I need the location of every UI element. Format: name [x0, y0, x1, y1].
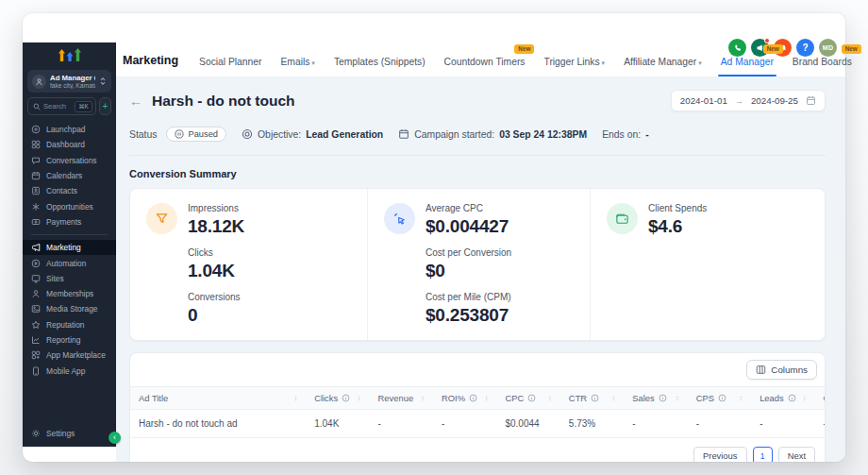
metrics-stack: Impressions 18.12K Clicks 1.04K Conversi… — [188, 203, 244, 336]
table-row[interactable]: Harsh - do not touch ad 1.04K - - $0.004… — [130, 410, 826, 438]
sidebar-item-dashboard[interactable]: Dashboard — [23, 137, 116, 152]
sidebar-item-label: App Marketplace — [46, 350, 106, 360]
sidebar-item-media-storage[interactable]: Media Storage — [23, 301, 116, 316]
sidebar-item-automation[interactable]: Automation — [23, 255, 116, 270]
tab-countdown-timers[interactable]: NewCountdown Timers — [435, 43, 535, 76]
metric-client-spends: Client Spends $4.6 — [648, 203, 707, 237]
previous-page-button[interactable]: Previous — [693, 447, 746, 462]
account-switch-icon — [99, 76, 107, 86]
sidebar-item-memberships[interactable]: Memberships — [23, 286, 116, 301]
app-window: Ad Manager QA fake city, Karnataka ⌘K + — [23, 13, 845, 462]
marketing-nav: Marketing Social Planner Emails▾ Templat… — [123, 43, 861, 76]
column-header-cps[interactable]: CPS↕ — [688, 387, 751, 410]
sidebar-item-sites[interactable]: Sites — [23, 271, 116, 286]
columns-button[interactable]: Columns — [746, 360, 817, 380]
sidebar-item-label: Media Storage — [46, 304, 97, 314]
chat-icon — [31, 156, 41, 165]
tab-social-planner[interactable]: Social Planner — [190, 43, 271, 76]
sort-icon[interactable]: ↕ — [293, 394, 297, 402]
summary-column-spend: Client Spends $4.6 — [591, 189, 825, 340]
column-header-roi[interactable]: ROI%↕ — [433, 387, 496, 410]
sort-icon[interactable]: ↕ — [612, 394, 616, 402]
campaign-status-row: Status Paused Objective: Lead Generation… — [129, 127, 826, 142]
cell-ad-title[interactable]: Harsh - do not touch ad — [130, 410, 306, 438]
app-marketplace-icon — [31, 350, 41, 360]
account-info: Ad Manager QA fake city, Karnataka — [50, 74, 95, 89]
column-header-clicks[interactable]: Clicks↕ — [306, 387, 369, 410]
sidebar-item-reputation[interactable]: Reputation — [23, 317, 116, 332]
sort-icon[interactable]: ↕ — [485, 394, 489, 402]
column-header-cpc[interactable]: CPC↕ — [496, 387, 559, 410]
logo-arrows-icon — [58, 47, 82, 63]
calendar-icon — [398, 128, 409, 140]
cell-cps: - — [688, 410, 751, 438]
ends-on-item: Ends on: - — [602, 129, 648, 140]
sidebar-item-label: Settings — [46, 429, 75, 438]
tab-ad-manager[interactable]: NewAd Manager — [711, 43, 783, 76]
sidebar-item-payments[interactable]: Payments — [23, 214, 116, 229]
sort-icon[interactable]: ↕ — [676, 394, 679, 402]
page-title: Harsh - do not touch — [152, 93, 295, 110]
back-button[interactable]: ← — [129, 93, 142, 109]
sort-icon[interactable]: ↕ — [358, 394, 361, 402]
new-badge: New — [842, 44, 861, 54]
calendar-icon — [806, 95, 816, 106]
sidebar-item-conversations[interactable]: Conversations — [23, 153, 116, 168]
tab-brand-boards[interactable]: NewBrand Boards — [783, 43, 861, 76]
metric-conversions: Conversions 0 — [188, 292, 244, 326]
sidebar-item-label: Automation — [46, 259, 86, 268]
sidebar-item-opportunities[interactable]: Opportunities — [23, 198, 116, 213]
sidebar-item-settings[interactable]: Settings — [23, 424, 116, 443]
search-input[interactable] — [43, 102, 72, 110]
account-switcher[interactable]: Ad Manager QA fake city, Karnataka — [27, 70, 111, 93]
quick-add-button[interactable]: + — [99, 97, 111, 115]
metrics-stack: Client Spends $4.6 — [648, 203, 707, 247]
contacts-icon — [31, 186, 41, 195]
cell-roi: - — [433, 410, 496, 438]
tab-trigger-links[interactable]: Trigger Links▾ — [534, 43, 614, 76]
column-header-ctr[interactable]: CTR↕ — [560, 387, 624, 410]
tab-label: Brand Boards — [793, 57, 852, 67]
chevron-down-icon: ▾ — [602, 59, 606, 66]
sidebar-item-marketing[interactable]: Marketing — [23, 240, 116, 255]
chevron-down-icon: ▾ — [311, 59, 315, 66]
tab-affiliate-manager[interactable]: Affiliate Manager▾ — [614, 43, 711, 76]
sidebar-item-app-marketplace[interactable]: App Marketplace — [23, 348, 116, 363]
sort-icon[interactable]: ↕ — [548, 394, 552, 402]
ads-table-card: Columns Ad Title↕ Clicks↕ Revenue↕ ROI%↕… — [129, 352, 826, 462]
megaphone-icon — [31, 243, 41, 252]
tab-templates-snippets[interactable]: Templates (Snippets) — [325, 43, 435, 76]
next-page-button[interactable]: Next — [778, 447, 815, 462]
sort-icon[interactable]: ↕ — [739, 394, 743, 402]
sidebar-search[interactable]: ⌘K — [27, 97, 96, 115]
objective-value: Lead Generation — [306, 129, 383, 140]
sidebar-item-launchpad[interactable]: Launchpad — [23, 122, 116, 137]
column-header-ad-title[interactable]: Ad Title↕ — [130, 387, 306, 410]
chevron-down-icon: ▾ — [698, 59, 702, 66]
sidebar-collapse-button[interactable]: ‹ — [108, 432, 121, 444]
column-header-clipped[interactable]: C — [815, 387, 826, 410]
sites-icon — [31, 274, 41, 283]
sort-icon[interactable]: ↕ — [421, 394, 425, 402]
column-header-leads[interactable]: Leads↕ — [751, 387, 814, 410]
metric-cpm: Cost per Mile (CPM) $0.253807 — [426, 292, 511, 326]
date-end[interactable]: 2024-09-25 — [751, 95, 798, 106]
columns-icon — [756, 365, 766, 375]
date-range-picker[interactable]: 2024-01-01 → 2024-09-25 — [671, 90, 826, 111]
arrow-right-icon: → — [735, 96, 743, 106]
sidebar-item-reporting[interactable]: Reporting — [23, 332, 116, 348]
sort-icon[interactable]: ↕ — [803, 394, 807, 402]
column-header-revenue[interactable]: Revenue↕ — [370, 387, 433, 410]
date-start[interactable]: 2024-01-01 — [680, 95, 727, 106]
new-badge: New — [763, 44, 783, 54]
sidebar-item-calendars[interactable]: Calendars — [23, 168, 116, 183]
page-number-button[interactable]: 1 — [753, 447, 773, 462]
started-value: 03 Sep 24 12:38PM — [499, 129, 587, 140]
metric-average-cpc: Average CPC $0.004427 — [426, 203, 511, 237]
column-header-sales[interactable]: Sales↕ — [624, 387, 687, 410]
sidebar-item-mobile-app[interactable]: Mobile App — [23, 363, 116, 378]
objective-item: Objective: Lead Generation — [242, 128, 383, 140]
tab-emails[interactable]: Emails▾ — [271, 43, 324, 76]
sidebar-item-contacts[interactable]: Contacts — [23, 183, 116, 198]
cell-sales: - — [624, 410, 687, 438]
